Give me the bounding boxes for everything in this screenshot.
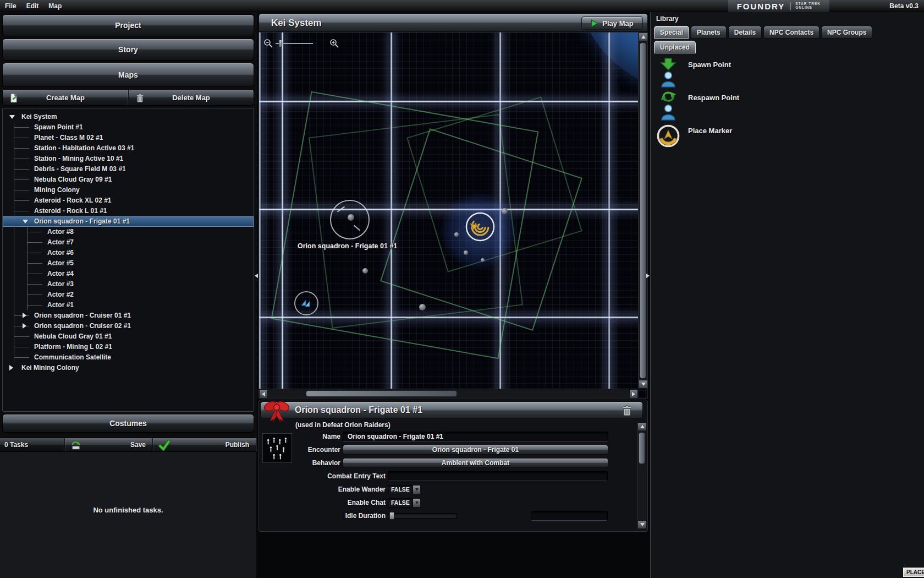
expander-expand-icon[interactable] [23, 323, 26, 329]
scroll-up-button[interactable] [637, 422, 647, 431]
scroll-down-button[interactable] [639, 380, 648, 389]
tab-npc-groups[interactable]: NPC Groups [821, 26, 872, 39]
tree-item-actor-8[interactable]: Actor #8 [3, 227, 254, 237]
tab-npc-contacts[interactable]: NPC Contacts [763, 26, 820, 39]
idle-duration-slider[interactable] [388, 513, 457, 519]
expander-expand-icon[interactable] [9, 365, 13, 370]
tree-item-asteroid-rock-l-01-1[interactable]: Asteroid - Rock L 01 #1 [3, 206, 254, 216]
save-button[interactable]: Save [65, 438, 153, 451]
tree-item-label: Kei Mining Colony [21, 363, 79, 373]
star-trek-online-logo: STAR TREK ONLINE [790, 2, 821, 10]
tree-item-orion-squadron-frigate-01-1[interactable]: Orion squadron - Frigate 01 #1 [3, 216, 254, 227]
expander-expand-icon[interactable] [23, 313, 26, 318]
slider-handle[interactable] [389, 512, 394, 520]
zoom-slider[interactable] [276, 43, 313, 44]
tree-item-planet-class-m-02-1[interactable]: Planet - Class M 02 #1 [3, 133, 254, 143]
map-horizontal-scrollbar[interactable] [259, 389, 638, 398]
tree-item-platform-mining-l-02-1[interactable]: Platform - Mining L 02 #1 [3, 342, 254, 352]
enable-chat-dropdown[interactable]: FALSE [388, 498, 421, 508]
map-canvas[interactable]: Orion squadron - Frigate 01 #1 [258, 32, 648, 399]
tree-item-label: Actor #2 [47, 290, 74, 300]
encounter-button[interactable]: Orion squadron - Frigate 01 [343, 445, 608, 455]
nav-story-button[interactable]: Story [2, 39, 254, 61]
idle-duration-value-input[interactable] [531, 511, 608, 521]
create-map-button[interactable]: Create Map [3, 90, 128, 105]
scroll-right-button[interactable] [629, 389, 638, 399]
tree-item-actor-7[interactable]: Actor #7 [3, 237, 254, 248]
library-item-respawn-point[interactable]: Respawn Point [655, 89, 920, 122]
tree-item-actor-2[interactable]: Actor #2 [3, 290, 254, 300]
tree-item-kei-mining-colony[interactable]: Kei Mining Colony [3, 363, 254, 373]
library-item-place-marker[interactable]: Place Marker [655, 122, 920, 155]
tree-item-actor-4[interactable]: Actor #4 [3, 269, 254, 279]
menu-map[interactable]: Map [43, 2, 67, 10]
tree-item-orion-squadron-cruiser-02-1[interactable]: Orion squadron - Cruiser 02 #1 [3, 321, 254, 331]
tab-special[interactable]: Special [654, 26, 689, 39]
asteroid-object[interactable] [454, 232, 459, 237]
tree-item-debris-square-field-m-03-1[interactable]: Debris - Square Field M 03 #1 [3, 164, 254, 175]
asteroid-object[interactable] [502, 208, 508, 214]
tree-item-label: Spawn Point #1 [34, 122, 83, 133]
nav-maps-button[interactable]: Maps [2, 63, 254, 87]
delete-object-button[interactable] [622, 404, 632, 419]
costumes-button[interactable]: Costumes [2, 414, 254, 433]
scroll-left-button[interactable] [259, 389, 268, 399]
arrow-down-icon [641, 383, 646, 386]
delete-map-button[interactable]: Delete Map [128, 90, 254, 105]
nav-project-button[interactable]: Project [2, 14, 254, 36]
tab-details[interactable]: Details [728, 26, 762, 39]
behavior-button[interactable]: Ambient with Combat [343, 458, 608, 468]
nav-label: Maps [118, 70, 138, 79]
asteroid-object[interactable] [464, 250, 468, 255]
tree-item-label: Mining Colony [34, 185, 80, 195]
zoom-out-icon[interactable] [263, 39, 273, 48]
tree-item-actor-5[interactable]: Actor #5 [3, 258, 254, 269]
tree-item-mining-colony[interactable]: Mining Colony [3, 185, 254, 195]
properties-scrollbar[interactable] [637, 422, 646, 529]
collapse-left-panel-handle[interactable] [254, 270, 259, 282]
asteroid-object[interactable] [419, 304, 426, 310]
tree-item-asteroid-rock-xl-02-1[interactable]: Asteroid - Rock XL 02 #1 [3, 195, 254, 206]
play-map-button[interactable]: Play Map [581, 17, 643, 30]
enable-wander-dropdown[interactable]: FALSE [388, 485, 421, 494]
tree-item-station-habitation-active-03-1[interactable]: Station - Habitation Active 03 #1 [3, 143, 254, 154]
library-item-spawn-point[interactable]: Spawn Point [655, 56, 920, 89]
tree-item-actor-6[interactable]: Actor #6 [3, 248, 254, 258]
scroll-down-button[interactable] [637, 520, 647, 529]
tree-item-communication-satellite[interactable]: Communication Satellite [3, 352, 254, 363]
expander-collapse-icon[interactable] [9, 115, 15, 119]
tab-unplaced[interactable]: Unplaced [654, 41, 696, 53]
place-button[interactable]: PLACE [903, 568, 924, 577]
scroll-up-button[interactable] [639, 32, 648, 41]
tree-item-station-mining-active-10-1[interactable]: Station - Mining Active 10 #1 [3, 154, 254, 164]
tree-item-kei-system[interactable]: Kei System [3, 112, 254, 122]
map-vertical-scrollbar[interactable] [638, 32, 647, 389]
scrollbar-thumb[interactable] [639, 432, 645, 464]
tree-item-actor-3[interactable]: Actor #3 [3, 279, 254, 290]
zoom-slider-handle[interactable] [279, 40, 282, 47]
tree-item-nebula-cloud-gray-09-1[interactable]: Nebula Cloud Gray 09 #1 [3, 175, 254, 185]
tree-item-nebula-cloud-gray-01-1[interactable]: Nebula Cloud Gray 01 #1 [3, 331, 254, 342]
menu-file[interactable]: File [0, 2, 21, 10]
ship-marker[interactable] [294, 291, 318, 315]
gift-bow-icon [262, 400, 291, 426]
zoom-in-icon[interactable] [329, 39, 339, 48]
expander-collapse-icon[interactable] [23, 220, 28, 223]
publish-button[interactable]: Publish [153, 438, 256, 451]
actor-group-marker[interactable] [330, 200, 370, 239]
tree-item-actor-1[interactable]: Actor #1 [3, 300, 254, 310]
play-map-label: Play Map [602, 19, 633, 28]
menu-edit[interactable]: Edit [21, 2, 44, 10]
tree-item-spawn-point-1[interactable]: Spawn Point #1 [3, 122, 254, 133]
tab-planets[interactable]: Planets [691, 26, 727, 39]
asteroid-object[interactable] [481, 258, 485, 262]
selected-object-marker[interactable] [465, 211, 496, 242]
name-input[interactable] [343, 432, 608, 441]
tree-item-label: Asteroid - Rock XL 02 #1 [34, 195, 112, 206]
combat-entry-text-input[interactable] [388, 471, 608, 481]
asteroid-object[interactable] [362, 268, 368, 274]
tree-item-orion-squadron-cruiser-01-1[interactable]: Orion squadron - Cruiser 01 #1 [3, 310, 254, 321]
map-object-tree: Kei SystemSpawn Point #1Planet - Class M… [2, 108, 254, 412]
scrollbar-thumb[interactable] [640, 42, 646, 379]
scrollbar-thumb[interactable] [306, 390, 457, 397]
